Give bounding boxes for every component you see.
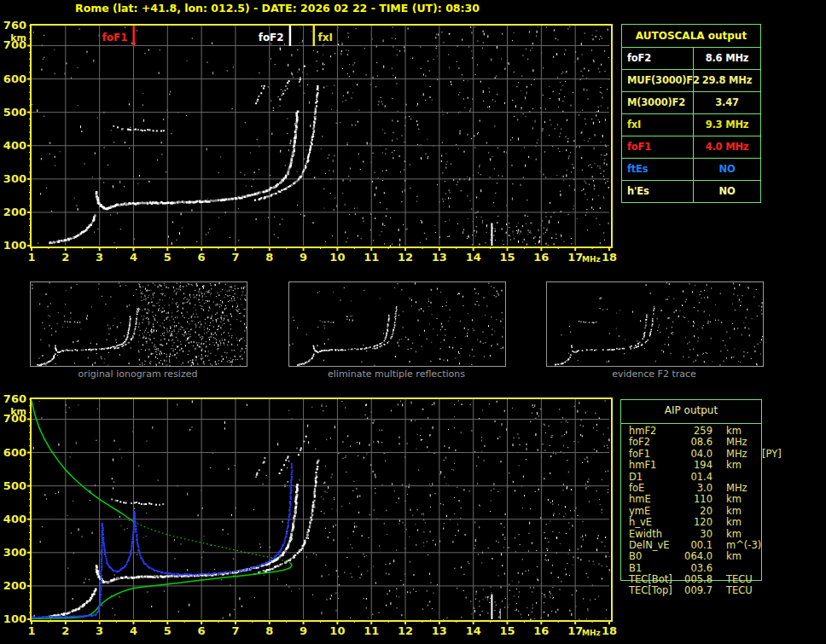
aip-row: foE3.0MHz <box>629 483 782 494</box>
aip-row: DelN_vE00.1m^(-3) <box>629 540 782 551</box>
aip-row-label: hmE <box>629 494 678 505</box>
y-tick-label: 200 <box>0 206 26 218</box>
top-ionogram-plot: foF1foF2fxI123456789101112131415161718MH… <box>30 24 613 248</box>
y-tick-label: 600 <box>0 446 26 459</box>
x-tick-label: 18 <box>598 251 620 264</box>
autoscala-row: M(3000)F23.47 <box>622 92 760 114</box>
x-tick-label: 14 <box>462 251 485 264</box>
autoscala-row-label: foF1 <box>622 136 694 158</box>
aip-row-value: 04.0 <box>678 449 713 460</box>
y-tick-label: 300 <box>0 546 26 559</box>
x-tick-label: 6 <box>190 251 212 264</box>
aip-row-unit <box>726 472 760 483</box>
x-tick-label: 11 <box>360 251 382 264</box>
autoscala-row-label: M(3000)F2 <box>622 92 694 113</box>
aip-row-label: DelN_vE <box>629 540 678 551</box>
x-tick-label: 11 <box>360 624 382 637</box>
aip-row-extra: [PY] <box>762 449 782 460</box>
x-tick-label: 6 <box>190 624 212 637</box>
x-tick-label: 5 <box>156 251 178 264</box>
aip-row-label: hmF2 <box>629 426 678 437</box>
autoscala-row-label: ftEs <box>622 159 694 180</box>
x-tick-label: 14 <box>462 624 485 637</box>
autoscala-row: foF28.6 MHz <box>622 48 760 70</box>
aip-row-unit: m^(-3) <box>726 540 760 551</box>
x-axis-unit-label: MHz <box>582 629 601 637</box>
aip-row-unit: km <box>726 517 760 528</box>
aip-row: hmF1194km <box>629 460 782 471</box>
x-tick-label: 16 <box>530 251 552 264</box>
thumbnail-caption-filtered: eliminate multiple reflections <box>288 368 505 380</box>
aip-row-label: TEC[Top] <box>629 585 678 596</box>
aip-row: ymE20km <box>629 506 782 517</box>
x-tick-label: 15 <box>497 624 519 637</box>
y-tick-label: 400 <box>0 139 26 152</box>
autoscala-row-value: NO <box>694 159 760 180</box>
y-tick-label: 600 <box>0 73 26 85</box>
y-axis-unit-label: km <box>0 406 26 417</box>
y-tick-label: 100 <box>0 612 26 625</box>
x-tick-label: 5 <box>156 624 178 637</box>
x-tick-label: 3 <box>89 624 111 637</box>
fof2-marker-label: foF2 <box>259 32 284 44</box>
aip-row-value: 3.0 <box>678 483 713 494</box>
autoscala-row-value: 4.0 MHz <box>694 136 760 158</box>
aip-row: h_vE120km <box>629 517 782 528</box>
aip-row-value: 259 <box>678 426 713 437</box>
aip-row-unit: km <box>726 529 760 540</box>
aip-row: TEC[Top]009.7TECU <box>629 585 782 596</box>
fof1-marker-label: foF1 <box>102 32 127 44</box>
aip-table-separator <box>620 423 762 424</box>
aip-row-label: h_vE <box>629 517 678 528</box>
y-axis-unit-label: km <box>0 32 26 44</box>
y-tick-label: 100 <box>0 239 26 252</box>
aip-row-label: foF2 <box>629 437 678 448</box>
fxi-marker-label: fxI <box>318 32 333 44</box>
aip-row: TEC[Bot]005.8TECU <box>629 574 782 585</box>
y-tick-label: 500 <box>0 479 26 492</box>
aip-row-label: D1 <box>629 472 678 483</box>
x-tick-label: 10 <box>326 624 348 637</box>
autoscala-row-value: NO <box>694 181 760 202</box>
x-tick-label: 2 <box>55 624 77 637</box>
y-tick-label: 760 <box>0 19 26 32</box>
aip-row-value: 03.6 <box>678 563 713 574</box>
autoscala-app-screen: { "title": "Rome (lat: +41.8, lon: 012.5… <box>0 0 826 644</box>
autoscala-row-label: foF2 <box>622 48 694 69</box>
x-tick-label: 13 <box>428 624 451 637</box>
aip-row-label: ymE <box>629 506 678 517</box>
aip-row-unit <box>726 563 760 574</box>
autoscala-row: foF14.0 MHz <box>622 136 760 159</box>
aip-row-value: 30 <box>678 529 713 540</box>
x-tick-label: 10 <box>326 251 348 264</box>
autoscala-row-value: 8.6 MHz <box>694 48 760 69</box>
x-tick-label: 13 <box>428 251 451 264</box>
autoscala-row-label: fxI <box>622 114 694 136</box>
aip-row-label: hmF1 <box>629 460 678 471</box>
autoscala-table: AUTOSCALA output foF28.6 MHzMUF(3000)F22… <box>621 24 761 203</box>
y-tick-label: 200 <box>0 579 26 592</box>
aip-row-label: B1 <box>629 563 678 574</box>
aip-row-unit: TECU <box>726 585 760 596</box>
aip-row-value: 110 <box>678 494 713 505</box>
x-axis-unit-label: MHz <box>582 255 601 264</box>
aip-row: hmE110km <box>629 494 782 505</box>
page-title: Rome (lat: +41.8, lon: 012.5) - DATE: 20… <box>75 2 480 15</box>
thumbnail-original-ionogram <box>30 281 247 367</box>
y-tick-label: 500 <box>0 106 26 119</box>
thumbnail-filtered-ionogram <box>288 281 506 367</box>
autoscala-row-label: h'Es <box>622 181 694 202</box>
x-tick-label: 7 <box>224 251 247 264</box>
autoscala-row-label: MUF(3000)F2 <box>622 70 694 91</box>
x-tick-label: 1 <box>20 624 43 637</box>
aip-row-unit: km <box>726 551 760 562</box>
thumbnail-f2-trace <box>546 281 764 367</box>
aip-row-value: 064.0 <box>678 551 713 562</box>
aip-row-value: 00.1 <box>678 540 713 551</box>
thumbnail-caption-original: original ionogram resized <box>29 368 247 380</box>
aip-row-value: 009.7 <box>678 585 713 596</box>
aip-row-value: 20 <box>678 506 713 517</box>
aip-row-unit: km <box>726 494 760 505</box>
x-tick-label: 3 <box>89 251 111 264</box>
autoscala-row: fxI9.3 MHz <box>622 114 760 136</box>
